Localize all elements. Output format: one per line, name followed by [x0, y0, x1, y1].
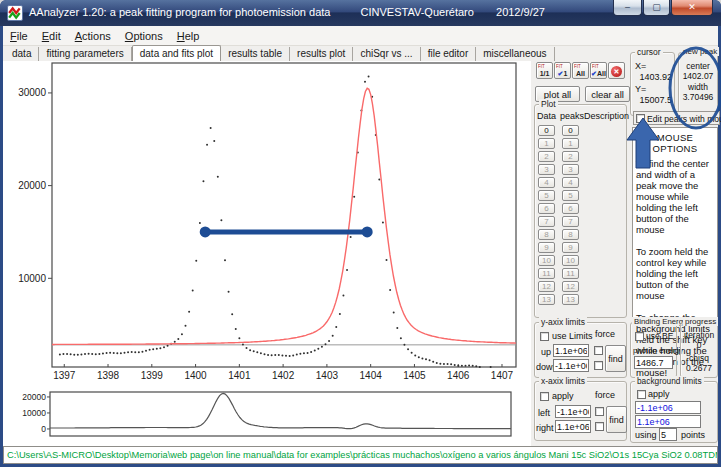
fit-button-3[interactable]: FITAll	[572, 62, 589, 79]
edit-peaks-checkbox-row: Edit peaks with mouse	[633, 111, 720, 125]
bg-apply-label: apply	[648, 389, 670, 399]
peaks-plot-button-3: 3	[562, 164, 579, 175]
tab-chisqr-vs[interactable]: chiSqr vs ...	[353, 47, 420, 61]
svg-text:20000: 20000	[22, 392, 46, 402]
minimize-button[interactable]: –	[613, 0, 642, 16]
window-title: AAnalyzer 1.20: a peak fitting program f…	[29, 6, 545, 18]
plot-list-col-data: Data	[537, 111, 556, 121]
title-bar: AAnalyzer 1.20: a peak fitting program f…	[0, 0, 721, 26]
progress-title: progress	[683, 317, 718, 326]
menu-item-help[interactable]: Help	[170, 28, 207, 44]
fit-button-1[interactable]: FIT1/1	[536, 62, 553, 79]
background-limits-title: background limits	[635, 376, 704, 386]
data-plot-button-11: 11	[538, 268, 555, 279]
photon-energy-label: photon energy	[633, 346, 683, 355]
bg-apply-checkbox[interactable]	[637, 390, 646, 399]
photon-energy-field[interactable]	[634, 356, 673, 369]
menu-item-options[interactable]: Options	[118, 28, 170, 44]
fit-button-4[interactable]: FIT✔All	[590, 62, 607, 79]
x-left-force-checkbox[interactable]	[595, 407, 604, 416]
window-title-org: CINVESTAV-Querétaro	[361, 6, 474, 18]
peaks-plot-button-1: 1	[562, 138, 579, 149]
new-peak-title: new peak	[681, 47, 719, 56]
bg-upper-field[interactable]	[635, 415, 701, 428]
menu-item-edit[interactable]: Edit	[35, 28, 68, 44]
data-plot-button-0[interactable]: 0	[538, 125, 555, 136]
y-down-force-checkbox[interactable]	[594, 361, 603, 370]
window-controls: – ▢ ✕	[612, 0, 713, 16]
window-title-text: AAnalyzer 1.20: a peak fitting program f…	[29, 6, 330, 18]
y-up-force-checkbox[interactable]	[594, 346, 603, 355]
menu-item-actions[interactable]: Actions	[68, 28, 118, 44]
tab-fitting-parameters[interactable]: fitting parameters	[39, 47, 131, 61]
x-right-force-checkbox[interactable]	[595, 422, 604, 431]
stop-fit-button[interactable]: ✕	[608, 62, 625, 79]
tab-results-plot[interactable]: results plot	[290, 47, 353, 61]
clear-all-button[interactable]: clear all	[585, 86, 630, 102]
peaks-plot-button-2: 2	[562, 151, 579, 162]
cursor-x-label: X=	[635, 61, 646, 71]
mouse-options-title: MOUSE OPTIONS	[636, 132, 714, 154]
x-right-field[interactable]	[555, 420, 591, 433]
x-axis-limits-title: x-axix limits	[539, 376, 587, 386]
new-peak-width-value: 3.70496	[679, 92, 717, 102]
svg-text:1403: 1403	[316, 370, 339, 381]
mouse-options-paragraph-1: To find the center and width of a peak m…	[636, 158, 714, 235]
overview-plot: 01000020000	[0, 384, 532, 446]
bg-points-field[interactable]	[659, 428, 677, 441]
svg-text:30000: 30000	[18, 87, 46, 98]
x-force-label: force	[595, 390, 615, 400]
svg-text:1402: 1402	[272, 370, 295, 381]
edit-peaks-checkbox[interactable]	[636, 114, 645, 123]
peaks-plot-button-12: 12	[562, 281, 579, 292]
bg-lower-field[interactable]	[635, 401, 701, 414]
svg-text:1400: 1400	[184, 370, 207, 381]
svg-text:10000: 10000	[18, 273, 46, 284]
maximize-button[interactable]: ▢	[643, 0, 670, 16]
main-plot[interactable]: 1397139813991400140114021403140414051406…	[0, 60, 532, 390]
x-apply-checkbox[interactable]	[540, 392, 549, 401]
plot-list-rows: 001122334455667788991010111112121313	[538, 125, 624, 313]
data-plot-button-8: 8	[538, 229, 555, 240]
tab-file-editor[interactable]: file editor	[421, 47, 477, 61]
plot-list-panel: Plot Data peaks Description 001122334455…	[534, 104, 627, 318]
x-left-field[interactable]	[555, 405, 591, 418]
peaks-plot-button-13: 13	[562, 294, 579, 305]
svg-text:1404: 1404	[360, 370, 383, 381]
peaks-plot-button-6: 6	[562, 203, 579, 214]
progress-panel: progress iteration 0 chisq 0.2677	[680, 322, 718, 378]
data-plot-button-5: 5	[538, 190, 555, 201]
svg-text:1397: 1397	[53, 370, 76, 381]
new-peak-center-label: center	[679, 61, 717, 71]
menu-item-file[interactable]: File	[3, 28, 35, 44]
app-icon	[7, 5, 23, 21]
tab-miscellaneous[interactable]: miscellaneous	[476, 47, 554, 61]
y-up-field[interactable]	[553, 344, 589, 357]
use-limits-checkbox[interactable]	[540, 332, 549, 341]
x-find-button[interactable]: find	[606, 406, 627, 433]
data-plot-button-13: 13	[538, 294, 555, 305]
tab-data-and-fits-plot[interactable]: data and fits plot	[132, 45, 221, 61]
tab-results-table[interactable]: results table	[221, 47, 290, 61]
window-title-date: 2012/9/27	[496, 6, 545, 18]
data-plot-button-7: 7	[538, 216, 555, 227]
y-force-label: force	[595, 329, 615, 339]
fit-button-2[interactable]: FIT✔1	[554, 62, 571, 79]
y-axis-limits-title: y-axix limits	[539, 317, 587, 327]
status-file-path: C:\Users\AS-MICRO\Desktop\Memoria\web pa…	[4, 447, 717, 463]
use-be-label: use BE	[646, 331, 673, 341]
y-down-field[interactable]	[553, 359, 589, 372]
peaks-plot-button-8: 8	[562, 229, 579, 240]
bg-points-label: points	[681, 430, 705, 440]
chisq-label: chisq	[681, 353, 717, 363]
close-button[interactable]: ✕	[671, 0, 713, 16]
use-be-checkbox[interactable]	[635, 332, 644, 341]
tab-data[interactable]: data	[5, 47, 39, 61]
cursor-panel: cursor X= 1403.92 Y= 15007.5	[630, 52, 675, 116]
iteration-value: 0	[681, 340, 717, 350]
app-window: AAnalyzer 1.20: a peak fitting program f…	[0, 0, 721, 467]
peaks-plot-button-0[interactable]: 0	[562, 125, 579, 136]
y-find-button[interactable]: find	[605, 345, 626, 372]
data-plot-button-3: 3	[538, 164, 555, 175]
svg-text:20000: 20000	[18, 180, 46, 191]
